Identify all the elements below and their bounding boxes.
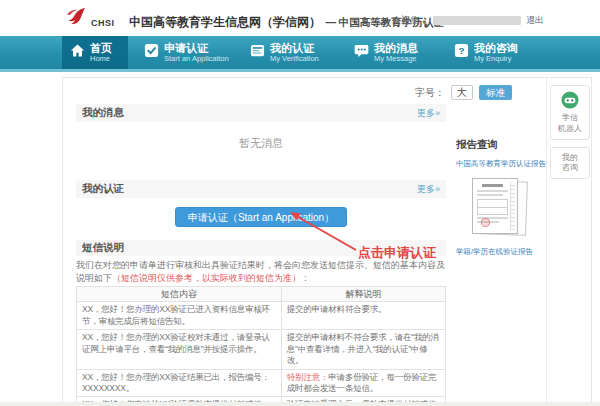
start-application-button[interactable]: 申请认证（Start an Application） xyxy=(175,207,347,227)
tab-my-enquiry-label: 我的咨询 xyxy=(474,42,518,55)
floating-widget-column: 学信 机器人 我的 咨询 xyxy=(550,85,590,179)
sms-explain-cell: 提交的申请材料不符合要求，请在“我的消息”中查看详情，并进入“我的认证”中修改。 xyxy=(281,330,445,369)
tab-my-enquiry[interactable]: ? 我的咨询My Enquiry xyxy=(446,36,540,69)
report-thumbnail[interactable] xyxy=(469,178,531,240)
table-row: XX，您好！您办理的XX验证校对未通过，请登录认证网上申请平台，查看“我的消息”… xyxy=(77,330,446,369)
report-page-front xyxy=(472,178,518,234)
site-header: CHSI 中国高等教育学生信息网（学信网） — 中国高等教育学历认证 欢迎您， … xyxy=(0,0,600,36)
sms-title: 短信说明 xyxy=(82,241,124,255)
phoenix-logo-icon xyxy=(64,7,88,29)
enquiry-label-line2: 咨询 xyxy=(553,163,587,174)
report-seal xyxy=(481,218,490,227)
tab-my-verification[interactable]: 我的认证My Verification xyxy=(242,36,342,69)
enquiry-label-line1: 我的 xyxy=(553,153,587,164)
content-frame: 字号： 大 标准 我的消息 更多» 暂无消息 我的认证 更多» 申请认证（Sta… xyxy=(62,77,592,406)
report-query-title: 报告查询 xyxy=(456,138,544,152)
special-note-red: 特别注意： xyxy=(287,372,329,382)
message-icon xyxy=(354,43,369,62)
xuexin-robot-widget[interactable]: 学信 机器人 xyxy=(550,85,590,140)
sms-content-cell: XX，您好！您办理的XX验证结果已出，报告编号：XXXXXXXX。 xyxy=(77,369,282,397)
tab-home-sublabel: Home xyxy=(90,55,112,64)
font-size-large-button[interactable]: 大 xyxy=(451,85,473,100)
check-square-icon xyxy=(144,43,159,62)
username-redacted xyxy=(433,16,521,25)
welcome-label: 欢迎您， xyxy=(392,14,428,27)
robot-avatar-icon xyxy=(561,95,579,112)
brand-text: CHSI xyxy=(91,18,115,28)
robot-label-line1: 学信 xyxy=(553,113,587,124)
online-verification-report-link[interactable]: 学籍/学历在线验证报告 xyxy=(456,247,544,257)
sidebar-divider xyxy=(546,78,547,405)
no-messages-text: 暂无消息 xyxy=(76,136,446,151)
my-verification-more-link[interactable]: 更多» xyxy=(417,183,440,196)
sms-content-cell: XX，您好！您办理的XX验证已进入资料信息审核环节，审核完成后将短信告知。 xyxy=(77,302,282,330)
tab-my-enquiry-sublabel: My Enquiry xyxy=(474,55,518,64)
sms-intro-colon: ： xyxy=(301,273,310,283)
sms-intro-paragraph: 我们在对您的申请单进行审核和出具验证结果时，将会向您发送短信提示、短信的基本内容… xyxy=(76,259,446,284)
logout-link[interactable]: 退出 xyxy=(526,14,544,27)
tab-my-message[interactable]: 我的消息My Message xyxy=(346,36,442,69)
svg-text:?: ? xyxy=(458,45,464,56)
main-nav: 首页Home 申请认证Start an Application 我的认证My V… xyxy=(0,36,600,72)
tab-my-verification-sublabel: My Verification xyxy=(270,55,319,64)
sms-explain-cell: 特别注意：申请多份验证，每一份验证完成时都会发送一条短信。 xyxy=(281,369,445,397)
my-messages-section-header: 我的消息 更多» xyxy=(76,104,446,122)
sms-col-explain: 解释说明 xyxy=(281,287,445,302)
font-size-label: 字号： xyxy=(415,86,445,100)
home-icon xyxy=(70,43,85,62)
report-query-sidebar: 报告查询 中国高等教育学历认证报告 学籍/学历在线验证报告 xyxy=(456,138,544,257)
sms-explain-cell: 提交的申请材料符合要求。 xyxy=(281,302,445,330)
table-row: XX，您好！您办理的XX验证结果已出，报告编号：XXXXXXXX。 特别注意：申… xyxy=(77,369,446,397)
my-enquiry-widget[interactable]: 我的 咨询 xyxy=(550,147,590,180)
sms-intro-note-red: （短信说明仅供参考，以实际收到的短信为准） xyxy=(112,273,301,283)
my-verification-title: 我的认证 xyxy=(82,182,124,196)
tab-start-application[interactable]: 申请认证Start an Application xyxy=(136,36,238,69)
font-size-standard-button[interactable]: 标准 xyxy=(479,85,512,100)
tab-my-message-sublabel: My Message xyxy=(374,55,418,64)
font-size-control: 字号： 大 标准 xyxy=(415,85,512,100)
my-messages-more-link[interactable]: 更多» xyxy=(417,107,440,120)
chsi-logo[interactable]: CHSI xyxy=(64,7,115,29)
my-verification-section-header: 我的认证 更多» xyxy=(76,180,446,198)
id-card-icon xyxy=(250,43,265,62)
tab-home-label: 首页 xyxy=(90,42,112,55)
degree-report-link[interactable]: 中国高等教育学历认证报告 xyxy=(456,159,544,169)
robot-label-line2: 机器人 xyxy=(553,124,587,135)
apply-button-row: 申请认证（Start an Application） xyxy=(76,207,446,227)
table-row: XX，您好！您办理的XX验证已进入资料信息审核环节，审核完成后将短信告知。 提交… xyxy=(77,302,446,330)
tab-my-message-label: 我的消息 xyxy=(374,42,418,55)
site-title-main: 中国高等教育学生信息网（学信网） xyxy=(129,15,321,29)
tab-start-application-sublabel: Start an Application xyxy=(164,55,229,64)
chsi-homepage: CHSI 中国高等教育学生信息网（学信网） — 中国高等教育学历认证 欢迎您， … xyxy=(0,0,600,406)
tab-my-verification-label: 我的认证 xyxy=(270,42,319,55)
user-bar: 欢迎您， 退出 xyxy=(392,14,544,27)
footer-strip xyxy=(0,402,600,406)
tab-home[interactable]: 首页Home xyxy=(62,36,128,69)
sms-table: 短信内容 解释说明 XX，您好！您办理的XX验证已进入资料信息审核环节，审核完成… xyxy=(76,286,446,406)
tab-start-application-label: 申请认证 xyxy=(164,42,229,55)
sms-content-cell: XX，您好！您办理的XX验证校对未通过，请登录认证网上申请平台，查看“我的消息”… xyxy=(77,330,282,369)
sms-table-header-row: 短信内容 解释说明 xyxy=(77,287,446,302)
sms-col-content: 短信内容 xyxy=(77,287,282,302)
my-messages-title: 我的消息 xyxy=(82,106,124,120)
annotation-text: 点击申请认证 xyxy=(358,244,436,262)
question-icon: ? xyxy=(454,43,469,62)
